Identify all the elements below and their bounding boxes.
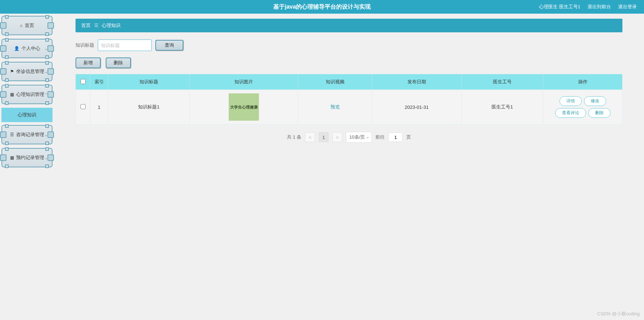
select-all-checkbox[interactable]	[81, 79, 86, 84]
col-ops: 操作	[543, 74, 622, 90]
thumb-text: 大学生心理健康	[230, 105, 258, 110]
thumbnail-image[interactable]: 大学生心理健康	[229, 93, 259, 121]
pagination: 共 1 条 < 1 > 10条/页 前往 页	[76, 132, 622, 143]
col-date: 发布日期	[372, 74, 461, 90]
page-size-select[interactable]: 10条/页	[346, 132, 372, 143]
grid-icon: ▦	[10, 155, 14, 160]
home-icon: ⌂	[20, 23, 22, 28]
chevron-up-icon: ⌃	[45, 93, 47, 97]
sidebar-item-consult[interactable]: ☰ 咨询记录管理 ⌄	[1, 125, 52, 144]
table-row: 1 知识标题1 大学生心理健康 预览 2023-01-31 医生工号1 详情 修…	[76, 90, 622, 125]
user-info[interactable]: 心理医生 医生工号1	[539, 4, 580, 10]
row-delete-button[interactable]: 删除	[588, 108, 611, 118]
goto-label: 前往	[375, 134, 385, 140]
sidebar-item-label: 预约记录管理	[16, 154, 44, 161]
app-title: 基于java的心理辅导平台的设计与实现	[273, 3, 371, 11]
cell-doctor: 医生工号1	[461, 90, 543, 125]
sidebar-item-knowledge[interactable]: ▦ 心理知识管理 ⌃	[1, 85, 52, 104]
sidebar: ⌂ 首页 👤 个人中心 ⌄ ⚑ 坐诊信息管理 ⌄ ▦ 心理知识管理	[0, 14, 54, 173]
sidebar-item-clinic[interactable]: ⚑ 坐诊信息管理 ⌄	[1, 62, 52, 81]
cell-title: 知识标题1	[108, 90, 190, 125]
chevron-down-icon: ⌄	[45, 133, 47, 137]
cell-date: 2023-01-31	[372, 90, 461, 125]
sidebar-item-label: 咨询记录管理	[16, 131, 44, 138]
breadcrumb-home[interactable]: 首页	[81, 23, 91, 28]
col-index: 索引	[90, 74, 108, 90]
delete-button[interactable]: 删除	[106, 57, 131, 68]
list-icon: ☰	[10, 132, 14, 137]
exit-front-link[interactable]: 退出到前台	[588, 4, 611, 10]
page-next[interactable]: >	[332, 132, 342, 142]
chevron-down-icon: ⌄	[45, 156, 47, 160]
comments-button[interactable]: 查看评论	[555, 108, 586, 118]
sidebar-subitem-knowledge[interactable]: 心理知识	[1, 108, 52, 122]
grid-icon: ▦	[10, 92, 14, 97]
goto-suffix: 页	[406, 134, 411, 140]
breadcrumb-current: 心理知识	[102, 23, 120, 28]
top-header: 基于java的心理辅导平台的设计与实现 心理医生 医生工号1 退出到前台 退出登…	[0, 0, 644, 14]
chevron-down-icon: ⌄	[45, 47, 47, 51]
sidebar-item-profile[interactable]: 👤 个人中心 ⌄	[1, 39, 52, 58]
edit-button[interactable]: 修改	[584, 96, 606, 106]
preview-link[interactable]: 预览	[330, 104, 340, 110]
breadcrumb: 首页 ☰ 心理知识	[76, 19, 622, 32]
search-button[interactable]: 查询	[155, 40, 183, 51]
col-doctor: 医生工号	[461, 74, 543, 90]
sidebar-item-label: 首页	[25, 22, 34, 29]
goto-input[interactable]	[388, 133, 403, 142]
page-number[interactable]: 1	[319, 132, 329, 142]
col-video: 知识视频	[298, 74, 372, 90]
cell-index: 1	[90, 90, 108, 125]
user-icon: 👤	[14, 46, 19, 51]
sidebar-item-home[interactable]: ⌂ 首页	[1, 16, 52, 35]
data-table: 索引 知识标题 知识图片 知识视频 发布日期 医生工号 操作 1 知识标题1	[76, 74, 622, 125]
add-button[interactable]: 新增	[76, 57, 101, 68]
page-prev[interactable]: <	[305, 132, 315, 142]
toolbar: 新增 删除	[76, 57, 622, 68]
sidebar-item-label: 心理知识管理	[16, 91, 44, 98]
row-checkbox[interactable]	[81, 104, 86, 109]
sidebar-item-label: 坐诊信息管理	[16, 68, 44, 75]
col-image: 知识图片	[190, 74, 298, 90]
sidebar-item-label: 个人中心	[22, 45, 40, 52]
sidebar-item-appointment[interactable]: ▦ 预约记录管理 ⌄	[1, 148, 52, 167]
detail-button[interactable]: 详情	[559, 96, 582, 106]
col-title: 知识标题	[108, 74, 190, 90]
search-input[interactable]	[98, 40, 152, 51]
filter-label: 知识标题	[76, 42, 94, 48]
page-total: 共 1 条	[287, 134, 301, 140]
logout-link[interactable]: 退出登录	[618, 4, 637, 10]
main-content: 首页 ☰ 心理知识 知识标题 查询 新增 删除 索引 知识标题 知识图片 知识视…	[54, 14, 644, 173]
chevron-down-icon: ⌄	[45, 70, 47, 74]
filter-row: 知识标题 查询	[76, 40, 622, 51]
breadcrumb-sep: ☰	[94, 23, 99, 28]
flag-icon: ⚑	[10, 69, 14, 74]
